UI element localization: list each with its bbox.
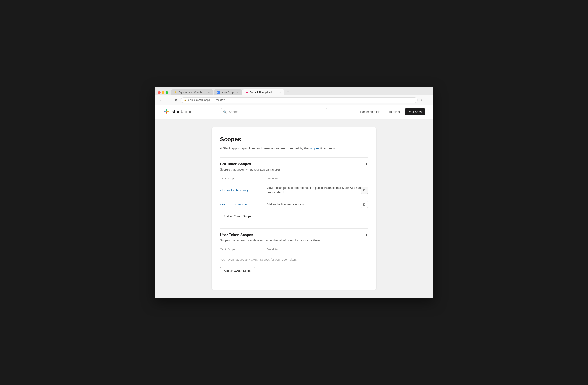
bot-token-table-header: OAuth Scope Description [220,175,368,182]
bot-token-chevron-icon: ▼ [365,162,368,165]
tab-gdrive[interactable]: Square Lab - Google Drive ✕ [171,89,213,95]
tab-gdrive-close[interactable]: ✕ [207,91,210,94]
url-path: /oauth? [216,99,225,101]
user-token-title: User Token Scopes [220,233,253,237]
url-text: api.slack.com/apps/········/oauth? [188,99,225,101]
nav-your-apps[interactable]: Your Apps [405,108,425,115]
add-bot-oauth-scope-button[interactable]: Add an OAuth Scope [220,213,255,220]
scope-desc-reactions-write: Add and edit emoji reactions [267,202,361,207]
desc-after: it requests. [319,146,336,150]
slack-logo[interactable]: slack api [163,108,191,115]
slack-logo-icon [163,108,170,115]
user-col-scope-header: OAuth Scope [220,248,267,251]
main-content: Scopes A Slack app's capabilities and pe… [155,119,433,298]
tab-slack-label: Slack API: Applications | Square [250,91,277,94]
bot-token-description: Scopes that govern what your app can acc… [220,168,368,171]
slack-tab-icon [245,91,248,94]
url-field[interactable]: 🔒 api.slack.com/apps/········/oauth? [181,97,418,103]
browser-window: Square Lab - Google Drive ✕ </> Apps Scr… [155,87,433,298]
delete-channels-history-button[interactable]: 🗑 [361,187,368,194]
maximize-window-button[interactable] [166,91,168,94]
bookmark-icon[interactable]: ☆ [419,98,424,102]
tab-gdrive-label: Square Lab - Google Drive [179,91,206,94]
user-col-desc-header: Description [267,248,368,251]
trash-icon: 🗑 [363,188,366,192]
title-bar: Square Lab - Google Drive ✕ </> Apps Scr… [155,87,433,95]
tab-row: Square Lab - Google Drive ✕ </> Apps Scr… [158,89,430,95]
address-bar: ← → ⟳ 🔒 api.slack.com/apps/········/oaut… [155,95,433,105]
scope-desc-channels-history: View messages and other content in publi… [267,186,361,195]
header-search: 🔍 [221,108,327,116]
user-token-description: Scopes that access user data and act on … [220,239,368,242]
page-content: slack api 🔍 Documentation Tutorials Your… [155,105,433,298]
tab-appsscript-close[interactable]: ✕ [236,91,239,94]
traffic-lights [158,91,168,95]
minimize-window-button[interactable] [162,91,164,94]
trash-icon-2: 🗑 [363,203,366,206]
nav-tutorials[interactable]: Tutorials [385,108,403,115]
forward-button[interactable]: → [166,97,171,103]
bot-token-section: Bot Token Scopes ▼ Scopes that govern wh… [220,158,368,227]
search-icon: 🔍 [223,110,227,113]
url-domain: api.slack.com/apps/ [188,99,210,101]
user-token-empty-text: You haven't added any OAuth Scopes for y… [220,254,368,265]
bot-col-scope-header: OAuth Scope [220,177,267,180]
user-token-chevron-icon: ▼ [365,233,368,236]
browser-menu-icon[interactable]: ⋮ [425,98,430,102]
page-description: A Slack app's capabilities and permissio… [220,146,368,151]
bot-token-title: Bot Token Scopes [220,162,251,166]
bot-token-section-header[interactable]: Bot Token Scopes ▼ [220,158,368,168]
bot-col-desc-header: Description [267,177,357,180]
tab-slack-close[interactable]: ✕ [279,91,282,94]
tab-appsscript-label: Apps Script [221,91,234,94]
header-nav: Documentation Tutorials Your Apps [357,108,425,115]
search-input[interactable] [221,108,327,116]
desc-before: A Slack app's capabilities and permissio… [220,146,309,150]
slack-api-text: api [185,109,191,115]
slack-api-header: slack api 🔍 Documentation Tutorials Your… [155,105,433,119]
tab-appsscript[interactable]: </> Apps Script ✕ [214,89,242,95]
lock-icon: 🔒 [184,99,187,101]
scopes-link[interactable]: scopes [309,146,319,150]
svg-text:</>: </> [217,92,219,93]
user-token-section: User Token Scopes ▼ Scopes that access u… [220,228,368,281]
scope-row-reactions-write: reactions:write Add and edit emoji react… [220,198,368,211]
user-token-section-header[interactable]: User Token Scopes ▼ [220,229,368,239]
scope-name-channels-history[interactable]: channels:history [220,188,267,192]
url-redacted: ········ [210,99,216,101]
tab-slack[interactable]: Slack API: Applications | Square ✕ [242,89,285,95]
new-tab-button[interactable]: + [285,89,291,95]
nav-documentation[interactable]: Documentation [357,108,383,115]
delete-reactions-write-button[interactable]: 🗑 [361,201,368,208]
slack-brand-name: slack [171,109,183,115]
appsscript-icon: </> [217,91,220,94]
close-window-button[interactable] [158,91,161,94]
user-token-table-header: OAuth Scope Description [220,246,368,253]
scope-row-channels-history: channels:history View messages and other… [220,183,368,198]
back-button[interactable]: ← [158,97,164,103]
gdrive-icon [174,91,177,94]
scope-name-reactions-write[interactable]: reactions:write [220,203,267,206]
add-user-oauth-scope-button[interactable]: Add an OAuth Scope [220,267,255,274]
bot-col-action-header [357,177,368,180]
content-card: Scopes A Slack app's capabilities and pe… [212,127,376,290]
reload-button[interactable]: ⟳ [173,97,179,103]
page-title: Scopes [220,136,368,143]
